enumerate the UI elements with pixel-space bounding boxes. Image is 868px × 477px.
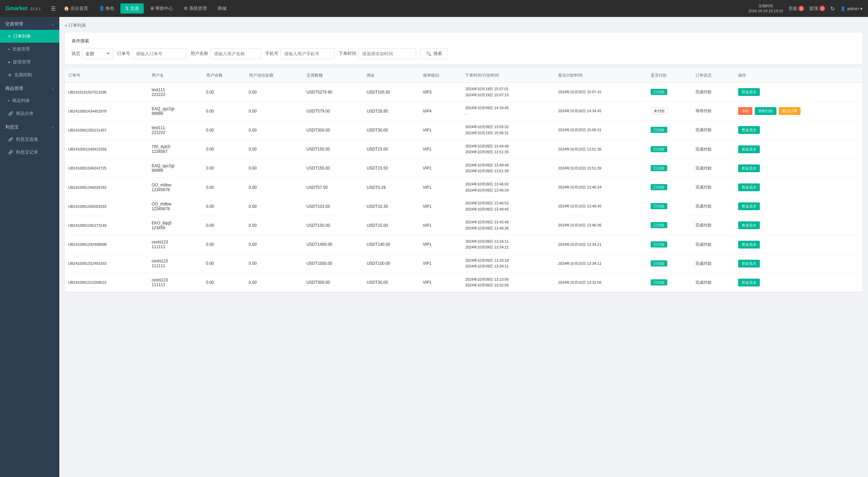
chevron-interest-icon: ∧ bbox=[52, 125, 54, 129]
cell-balance: 0.00 bbox=[203, 197, 245, 216]
sidebar-item-product-list[interactable]: ▪ 商品列表 bbox=[0, 94, 59, 107]
cell-commission: USDT15.00 bbox=[363, 140, 419, 159]
cell-level: VIP1 bbox=[419, 178, 462, 197]
withdraw-label: 提现 bbox=[809, 5, 818, 12]
action-cell: 资金流水 bbox=[738, 202, 859, 210]
action-button[interactable]: 资金流水 bbox=[738, 126, 760, 134]
withdraw-icon: ♦ bbox=[8, 60, 10, 64]
cell-balance: 0.00 bbox=[203, 159, 245, 178]
cell-is-paid: 已付款 bbox=[647, 235, 692, 254]
cell-order-time: 2024年10月09日 13:45:492024年10月09日 13:46:36 bbox=[462, 216, 554, 235]
cell-status: 完成付款 bbox=[692, 140, 735, 159]
recharge-label: 充值 bbox=[788, 5, 797, 12]
sidebar-group-trade[interactable]: 交易管理 ∧ bbox=[0, 17, 59, 30]
order-no-label: 订单号 bbox=[117, 51, 130, 57]
withdraw-action[interactable]: 提现 0 bbox=[809, 5, 825, 12]
sidebar-item-interest-record[interactable]: 🔗 利息宝记录 bbox=[0, 146, 59, 159]
cell-commission: USDT0.29 bbox=[363, 178, 419, 197]
cell-last-pay-time: 2024年10月20日 15:06:31 bbox=[555, 121, 647, 140]
sidebar-item-order-list[interactable]: ≡ 订单列表 bbox=[0, 30, 59, 43]
action-cell: 资金流水 bbox=[738, 164, 859, 172]
recharge-action[interactable]: 充值 0 bbox=[788, 5, 804, 12]
cell-last-pay-time: 2024年10月10日 13:48:45 bbox=[555, 197, 647, 216]
force-pay-button[interactable]: 强制付款 bbox=[755, 107, 776, 115]
nav-item-role[interactable]: 👤 角色 bbox=[94, 3, 119, 14]
action-button[interactable]: 资金流水 bbox=[738, 164, 760, 172]
nav-item-shop[interactable]: 商城 bbox=[213, 3, 231, 14]
cell-last-pay-time: 2024年10月20日 15:07:15 bbox=[555, 83, 647, 102]
chevron-product-icon: ∧ bbox=[52, 87, 54, 91]
frozen-button[interactable]: 冻结 bbox=[738, 107, 752, 115]
time-display: 当地时间 2024-10-19 15:13:15 bbox=[748, 3, 783, 14]
sidebar-item-product-category[interactable]: 🔗 商品分类 bbox=[0, 107, 59, 120]
search-button[interactable]: 🔍 搜索 bbox=[420, 48, 448, 59]
cell-order-no: UB2410091313208022 bbox=[65, 273, 148, 292]
cell-order-time: 2024年10月09日 13:49:492024年10月09日 13:51:35 bbox=[462, 140, 554, 159]
cell-frozen: 0.00 bbox=[245, 102, 303, 121]
interest-record-icon: 🔗 bbox=[8, 150, 13, 155]
cancel-order-button[interactable]: 取消订单 bbox=[779, 107, 801, 115]
table-row: UB2410191507013286 test111222222 0.00 0.… bbox=[65, 83, 863, 102]
table-row: UB2410091345273149 EKO_8qq5123456 0.00 0… bbox=[65, 216, 863, 235]
nav-item-trade[interactable]: ⇅ 交易 bbox=[120, 3, 144, 14]
nav-item-home[interactable]: 🏠 后台首页 bbox=[59, 3, 93, 14]
cell-order-no: UB2410091434452978 bbox=[65, 102, 148, 121]
order-list-icon: ≡ bbox=[8, 34, 11, 39]
cell-is-paid: 已付款 bbox=[647, 140, 692, 159]
action-button[interactable]: 资金流水 bbox=[738, 260, 760, 267]
username-input[interactable] bbox=[210, 48, 261, 59]
cell-level: VIP1 bbox=[419, 121, 462, 140]
refresh-button[interactable]: ↻ bbox=[830, 5, 835, 12]
cell-amount: USDT150.00 bbox=[303, 216, 363, 235]
time-input[interactable] bbox=[358, 48, 416, 59]
sidebar-item-withdraw[interactable]: ♦ 提现管理 bbox=[0, 56, 59, 68]
cell-order-no: UB2410091349242725 bbox=[65, 159, 148, 178]
cell-commission: USDT15.50 bbox=[363, 159, 419, 178]
nav-menu-icon[interactable]: ☰ bbox=[47, 3, 59, 14]
sidebar-item-recharge[interactable]: ▪ 充值管理 bbox=[0, 43, 59, 56]
search-btn-label: 搜索 bbox=[433, 51, 442, 57]
sidebar-group-interest[interactable]: 利息宝 ∧ bbox=[0, 120, 59, 133]
sidebar-group-interest-label: 利息宝 bbox=[5, 124, 19, 130]
nav-item-system[interactable]: ⚙ 系统管理 bbox=[179, 3, 212, 14]
action-button[interactable]: 资金流水 bbox=[738, 145, 760, 153]
sidebar-item-withdraw-label: 提现管理 bbox=[13, 59, 31, 65]
cell-order-time: 2024年10月09日 13:46:522024年10月09日 13:48:45 bbox=[462, 197, 554, 216]
cell-actions: 资金流水 bbox=[735, 216, 863, 235]
cell-actions: 资金流水 bbox=[735, 140, 863, 159]
cell-last-pay-time: 2024年10月16日 14:34:45 bbox=[555, 102, 647, 121]
action-button[interactable]: 资金流水 bbox=[738, 88, 760, 96]
cell-username: ceshi123111111 bbox=[148, 254, 202, 273]
status-select[interactable]: 全部 已付款 未付款 等待付款 bbox=[82, 48, 113, 59]
admin-info[interactable]: 👤 admin ▾ bbox=[840, 6, 863, 11]
cell-order-time: 2024年10月09日 13:13:562024年10月09日 13:32:06 bbox=[462, 273, 554, 292]
cell-status: 完成付款 bbox=[692, 83, 735, 102]
action-cell: 资金流水 bbox=[738, 88, 859, 96]
cell-level: VIP1 bbox=[419, 140, 462, 159]
cell-level: VIP1 bbox=[419, 273, 462, 292]
action-button[interactable]: 资金流水 bbox=[738, 241, 760, 249]
paid-badge: 已付款 bbox=[651, 165, 667, 171]
action-cell: 资金流水 bbox=[738, 183, 859, 191]
cell-frozen: 0.00 bbox=[245, 178, 303, 197]
col-last-pay-time: 最后付款时间 bbox=[555, 68, 647, 83]
cell-balance: 0.00 bbox=[203, 273, 245, 292]
status-label: 状态 bbox=[72, 51, 80, 57]
order-no-input[interactable] bbox=[132, 48, 186, 59]
search-row: 状态 全部 已付款 未付款 等待付款 订单号 用户名称 bbox=[72, 48, 856, 59]
sidebar-item-interest-option[interactable]: 🔗 利息宝选项 bbox=[0, 133, 59, 146]
paid-badge: 已付款 bbox=[651, 241, 667, 247]
mobile-label: 手机号 bbox=[265, 51, 278, 57]
cell-is-paid: 已付款 bbox=[647, 159, 692, 178]
sidebar-item-trade-control[interactable]: ⊕ 交易控制 bbox=[0, 68, 59, 81]
action-button[interactable]: 资金流水 bbox=[738, 279, 760, 286]
mobile-input[interactable] bbox=[280, 48, 335, 59]
action-button[interactable]: 资金流水 bbox=[738, 183, 760, 191]
cell-balance: 0.00 bbox=[203, 121, 245, 140]
action-cell: 资金流水 bbox=[738, 221, 859, 229]
cell-is-paid: 已付款 bbox=[647, 216, 692, 235]
action-button[interactable]: 资金流水 bbox=[738, 221, 760, 229]
action-button[interactable]: 资金流水 bbox=[738, 202, 760, 210]
sidebar-group-product[interactable]: 商品管理 ∧ bbox=[0, 81, 59, 94]
nav-item-help[interactable]: 🖥 帮助中心 bbox=[145, 3, 178, 14]
